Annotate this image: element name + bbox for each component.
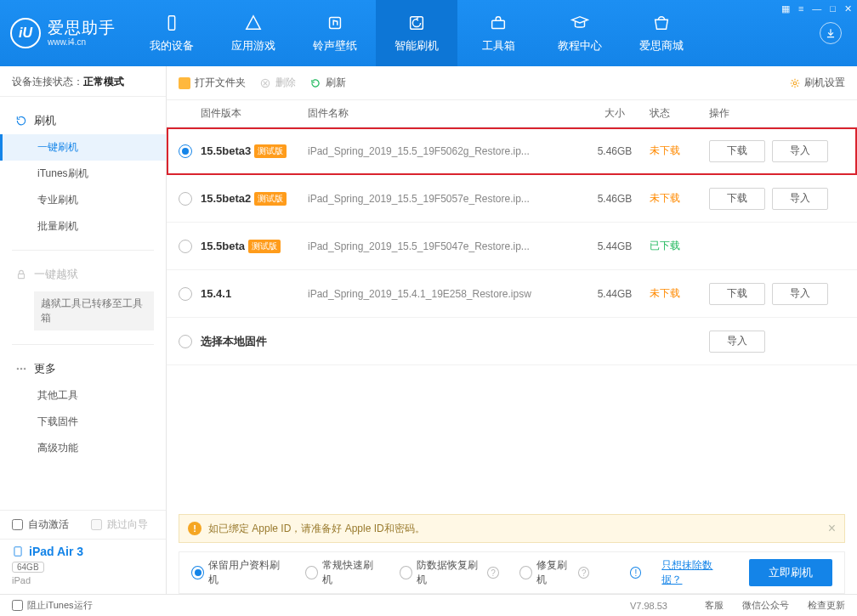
import-button[interactable]: 导入: [772, 283, 828, 305]
opt-keep-data[interactable]: 保留用户资料刷机: [191, 558, 285, 587]
opt-anti-recovery[interactable]: 防数据恢复刷机?: [400, 558, 498, 587]
status-support[interactable]: 客服: [705, 599, 724, 612]
flash-icon: [406, 13, 427, 33]
row-state: 未下载: [650, 287, 680, 299]
sidebar-item-pro[interactable]: 专业刷机: [0, 187, 166, 213]
svg-point-7: [20, 368, 22, 370]
row-radio[interactable]: [179, 287, 192, 301]
title-bar: ▦ ≡ — □ ✕ iU 爱思助手 www.i4.cn 我的设备 应用游戏 铃声…: [0, 0, 857, 66]
logo-icon: iU: [10, 18, 41, 48]
th-size: 大小: [580, 106, 650, 121]
firmware-row[interactable]: 15.5beta测试版iPad_Spring_2019_15.5_19F5047…: [167, 223, 857, 270]
sidebar-item-download-fw[interactable]: 下载固件: [0, 409, 166, 435]
nav-ringtone[interactable]: 铃声壁纸: [294, 0, 376, 66]
window-controls: ▦ ≡ — □ ✕: [781, 3, 852, 14]
nav-apps[interactable]: 应用游戏: [213, 0, 294, 66]
window-grid-icon[interactable]: ▦: [781, 3, 790, 14]
firmware-row[interactable]: 选择本地固件导入: [167, 318, 857, 365]
sidebar-group-flash[interactable]: 刷机: [0, 107, 166, 134]
sidebar-item-oneclick[interactable]: 一键刷机: [0, 134, 166, 161]
ipad-icon: [12, 545, 24, 558]
skip-guide-checkbox: [91, 519, 102, 530]
apps-icon: [243, 13, 264, 33]
help-icon[interactable]: ?: [487, 567, 498, 579]
device-capacity: 64GB: [12, 562, 44, 573]
device-card[interactable]: iPad Air 3 64GB iPad: [0, 540, 166, 594]
refresh-icon: [15, 115, 27, 127]
svg-rect-0: [168, 16, 174, 31]
sidebar-item-batch[interactable]: 批量刷机: [0, 213, 166, 240]
row-filename: iPad_Spring_2019_15.5_19F5062g_Restore.i…: [308, 145, 530, 157]
jailbreak-moved-note: 越狱工具已转移至工具箱: [34, 291, 154, 331]
lock-icon: [15, 268, 27, 280]
row-radio[interactable]: [179, 240, 192, 253]
top-nav: 我的设备 应用游戏 铃声壁纸 智能刷机 工具箱 教程中心 爱思商城: [131, 0, 813, 66]
device-type: iPad: [12, 575, 154, 585]
logo-block: iU 爱思助手 www.i4.cn: [0, 0, 131, 66]
opt-normal[interactable]: 常规快速刷机: [305, 558, 379, 587]
status-update[interactable]: 检查更新: [808, 599, 845, 612]
import-button[interactable]: 导入: [772, 140, 828, 162]
window-maximize-icon[interactable]: □: [830, 3, 836, 14]
row-filename: iPad_Spring_2019_15.5_19F5047e_Restore.i…: [308, 240, 530, 252]
svg-point-8: [24, 368, 26, 370]
sidebar: 设备连接状态：正常模式 刷机 一键刷机 iTunes刷机 专业刷机 批量刷机 一…: [0, 66, 167, 594]
folder-icon: [179, 77, 190, 89]
sidebar-item-other[interactable]: 其他工具: [0, 382, 166, 409]
sidebar-item-advanced[interactable]: 高级功能: [0, 435, 166, 461]
row-size: 5.44GB: [598, 288, 633, 300]
nav-my-device[interactable]: 我的设备: [131, 0, 213, 66]
nav-tutorials[interactable]: 教程中心: [539, 0, 621, 66]
firmware-row[interactable]: 15.4.1iPad_Spring_2019_15.4.1_19E258_Res…: [167, 270, 857, 318]
svg-point-14: [793, 82, 797, 85]
nav-flash[interactable]: 智能刷机: [376, 0, 457, 66]
download-manager-icon[interactable]: [820, 22, 842, 44]
erase-only-link[interactable]: 只想抹除数据？: [661, 558, 729, 587]
refresh-icon: [309, 77, 321, 89]
download-button[interactable]: 下载: [709, 140, 765, 162]
refresh-button[interactable]: 刷新: [309, 76, 346, 90]
th-state: 状态: [650, 106, 709, 121]
row-filename: iPad_Spring_2019_15.4.1_19E258_Restore.i…: [308, 288, 531, 300]
row-radio[interactable]: [179, 192, 192, 206]
block-itunes-checkbox[interactable]: 阻止iTunes运行: [12, 599, 93, 612]
download-button[interactable]: 下载: [709, 283, 765, 305]
open-folder-button[interactable]: 打开文件夹: [179, 76, 246, 90]
row-state: 已下载: [650, 240, 680, 251]
svg-rect-4: [492, 20, 505, 28]
import-button[interactable]: 导入: [709, 331, 765, 353]
nav-toolbox[interactable]: 工具箱: [457, 0, 539, 66]
auto-activate-checkbox[interactable]: [12, 519, 23, 530]
beta-badge: 测试版: [254, 192, 287, 206]
help-icon[interactable]: ?: [578, 567, 589, 579]
sidebar-group-more[interactable]: 更多: [0, 355, 166, 382]
gear-icon: [789, 77, 801, 89]
row-size: 5.46GB: [598, 193, 633, 205]
app-name: 爱思助手: [48, 19, 116, 38]
window-close-icon[interactable]: ✕: [844, 3, 852, 14]
svg-rect-2: [330, 18, 341, 29]
row-state: 未下载: [650, 192, 680, 204]
connection-status: 设备连接状态：正常模式: [0, 66, 166, 97]
firmware-row[interactable]: 15.5beta3测试版iPad_Spring_2019_15.5_19F506…: [167, 127, 857, 175]
alert-close-icon[interactable]: ×: [828, 521, 836, 536]
row-version: 选择本地固件: [201, 335, 267, 348]
flash-options: 保留用户资料刷机 常规快速刷机 防数据恢复刷机? 修复刷机? ! 只想抹除数据？…: [179, 551, 845, 594]
download-button[interactable]: 下载: [709, 188, 765, 210]
svg-rect-5: [19, 274, 25, 278]
row-radio[interactable]: [179, 335, 192, 348]
import-button[interactable]: 导入: [772, 188, 828, 210]
row-version: 15.5beta2: [201, 192, 251, 205]
window-minimize-icon[interactable]: —: [812, 3, 821, 14]
ringtone-icon: [325, 13, 345, 33]
flash-settings-button[interactable]: 刷机设置: [789, 76, 845, 90]
opt-repair[interactable]: 修复刷机?: [519, 558, 590, 587]
firmware-row[interactable]: 15.5beta2测试版iPad_Spring_2019_15.5_19F505…: [167, 175, 857, 223]
info-icon[interactable]: !: [630, 567, 641, 579]
window-menu-icon[interactable]: ≡: [798, 3, 803, 14]
sidebar-item-itunes[interactable]: iTunes刷机: [0, 161, 166, 187]
nav-store[interactable]: 爱思商城: [621, 0, 702, 66]
flash-now-button[interactable]: 立即刷机: [749, 559, 832, 586]
row-radio[interactable]: [179, 144, 192, 158]
status-wechat[interactable]: 微信公众号: [742, 599, 789, 612]
